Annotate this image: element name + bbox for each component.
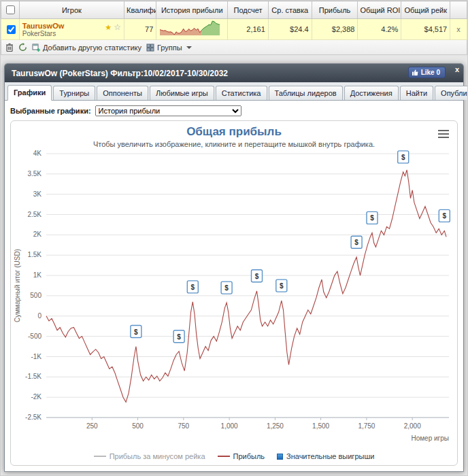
svg-text:1,500: 1,500 — [312, 422, 329, 430]
trash-icon — [5, 43, 14, 52]
total-rake-value: $4,517 — [401, 19, 450, 40]
chart-select[interactable]: История прибыли — [95, 105, 241, 116]
profit-history-cell[interactable] — [156, 19, 228, 40]
add-window-icon — [32, 44, 40, 52]
close-icon[interactable]: x — [455, 66, 459, 73]
col-header-avg-stake[interactable]: Ср. ставка — [268, 1, 312, 19]
profit-value: $2,388 — [312, 19, 358, 40]
groups-label: Группы — [157, 44, 182, 52]
tab-statistics[interactable]: Статистика — [216, 86, 267, 100]
refresh-icon — [18, 43, 27, 52]
col-header-player[interactable]: Игрок — [19, 1, 124, 19]
profit-chart-svg[interactable]: -2.5K-2K-1.5K-1K-50005001K1.5K2K2.5K3K3.… — [11, 148, 456, 451]
tab-favorite-games[interactable]: Любимые игры — [150, 86, 214, 100]
chart-title: Общая прибыль — [11, 125, 457, 139]
svg-text:Номер игры: Номер игры — [411, 435, 449, 442]
svg-text:3.5K: 3.5K — [27, 170, 41, 177]
tab-publish[interactable]: Опубликовать — [435, 86, 468, 100]
tab-bar: Графики Турниры Оппоненты Любимые игры С… — [5, 82, 463, 101]
refresh-button[interactable] — [18, 43, 27, 52]
favorite-star-icon[interactable]: ☆ — [114, 22, 121, 32]
panel-header: TauruswOw (PokerStars) Фильтр:10/02/2017… — [5, 64, 463, 82]
svg-text:500: 500 — [30, 292, 41, 299]
qualified-value: 77 — [124, 19, 156, 40]
svg-text:Суммарный итог (USD): Суммарный итог (USD) — [14, 249, 21, 322]
col-header-remove — [450, 1, 467, 19]
legend-item-profit-minus-rake[interactable]: Прибыль за минусом рейка — [94, 452, 205, 460]
like-button[interactable]: Like 0 — [408, 67, 446, 78]
svg-text:-2K: -2K — [31, 393, 41, 401]
row-select-cell — [1, 19, 20, 40]
profit-chart: Общая прибыль Чтобы увеличить изображени… — [10, 120, 458, 466]
col-header-profit-history[interactable]: История прибыли — [156, 1, 228, 19]
col-header-count[interactable]: Подсчет — [228, 1, 269, 19]
svg-text:1,750: 1,750 — [358, 422, 375, 430]
dropdown-caret-icon — [186, 46, 192, 49]
tab-find[interactable]: Найти — [400, 86, 433, 100]
table-row[interactable]: ★ ☆ TauruswOw PokerStars 77 2,161 $24.4 … — [1, 19, 467, 40]
svg-text:3K: 3K — [33, 190, 42, 198]
medal-icon: ★ — [105, 23, 112, 31]
svg-text:-500: -500 — [28, 333, 41, 340]
svg-text:250: 250 — [86, 422, 98, 430]
row-checkbox[interactable] — [7, 25, 16, 34]
svg-text:$: $ — [224, 284, 229, 292]
tab-charts[interactable]: Графики — [7, 85, 52, 101]
remove-player-button[interactable]: x — [456, 25, 461, 33]
col-header-total-rake[interactable]: Общий рейк — [401, 1, 450, 19]
col-header-qualified[interactable]: Квалифи — [124, 1, 156, 19]
player-cell[interactable]: ★ ☆ TauruswOw PokerStars — [19, 19, 124, 40]
groups-button[interactable]: Группы — [146, 44, 192, 52]
col-header-profit[interactable]: Прибыль — [312, 1, 358, 19]
col-header-total-roi[interactable]: Общий ROI — [358, 1, 401, 19]
tab-leaderboards[interactable]: Таблицы лидеров — [269, 86, 343, 100]
gray-line-swatch-icon — [94, 456, 106, 457]
select-all-checkbox[interactable] — [6, 5, 15, 14]
svg-text:2,000: 2,000 — [404, 422, 421, 430]
svg-text:2K: 2K — [33, 231, 42, 238]
chart-subtitle: Чтобы увеличить изображение, кликните и … — [11, 140, 457, 148]
add-statistic-button[interactable]: Добавить другую статистику — [32, 44, 141, 52]
count-value: 2,161 — [228, 19, 269, 40]
chart-legend: Прибыль за минусом рейка Прибыль Значите… — [11, 452, 457, 465]
svg-text:2.5K: 2.5K — [27, 211, 41, 218]
player-stats-table-area: Игрок Квалифи История прибыли Подсчет Ср… — [1, 1, 467, 55]
svg-text:$: $ — [134, 328, 138, 336]
profit-sparkline — [159, 20, 222, 37]
tab-opponents[interactable]: Оппоненты — [97, 86, 148, 100]
svg-text:1K: 1K — [33, 271, 42, 279]
panel-title: TauruswOw (PokerStars) Фильтр:10/02/2017… — [12, 69, 228, 78]
svg-text:$: $ — [443, 212, 447, 220]
tab-achievements[interactable]: Достижения — [344, 86, 399, 100]
select-all-cell — [1, 1, 20, 19]
svg-text:$: $ — [370, 214, 374, 222]
table-header-row: Игрок Квалифи История прибыли Подсчет Ср… — [1, 1, 467, 19]
like-label: Like 0 — [421, 69, 440, 76]
svg-text:4K: 4K — [33, 150, 42, 157]
table-toolbar: Добавить другую статистику Группы — [1, 40, 467, 55]
svg-text:-2.5K: -2.5K — [25, 413, 41, 421]
delete-button[interactable] — [5, 43, 14, 52]
svg-text:$: $ — [280, 282, 284, 290]
svg-text:$: $ — [354, 239, 358, 246]
legend-item-profit[interactable]: Прибыль — [218, 452, 265, 460]
svg-text:$: $ — [191, 284, 195, 291]
svg-text:$: $ — [401, 154, 405, 161]
chart-selector-label: Выбранные графики: — [10, 107, 91, 115]
total-roi-value: 4.2% — [358, 19, 401, 40]
chart-menu-icon[interactable] — [438, 128, 449, 140]
add-statistic-label: Добавить другую статистику — [43, 44, 141, 52]
svg-text:500: 500 — [132, 422, 144, 430]
tab-tournaments[interactable]: Турниры — [53, 86, 95, 100]
player-stats-table: Игрок Квалифи История прибыли Подсчет Ср… — [1, 1, 467, 40]
legend-item-significant-wins[interactable]: Значительные выигрыши — [277, 452, 374, 460]
groups-icon — [146, 44, 154, 52]
svg-text:1,000: 1,000 — [221, 422, 238, 430]
avg-stake-value: $24.4 — [268, 19, 312, 40]
chart-selector-row: Выбранные графики: История прибыли — [5, 101, 463, 119]
svg-text:1,250: 1,250 — [267, 422, 284, 430]
svg-text:-1.5K: -1.5K — [25, 373, 41, 380]
player-detail-panel: TauruswOw (PokerStars) Фильтр:10/02/2017… — [4, 63, 464, 472]
red-line-swatch-icon — [218, 456, 230, 457]
svg-text:$: $ — [255, 273, 259, 280]
